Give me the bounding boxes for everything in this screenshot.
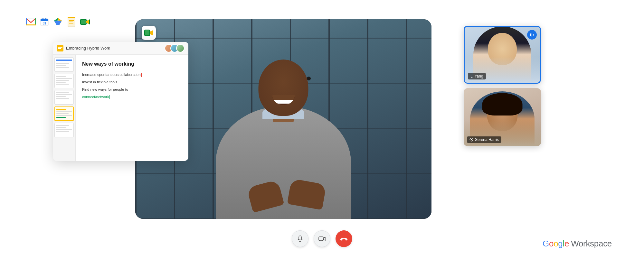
svg-rect-19: [69, 22, 73, 22]
participant-name-serena-harris: Serena Harris: [467, 136, 501, 143]
mic-button[interactable]: [292, 230, 308, 247]
svg-rect-33: [533, 34, 534, 36]
person-mouth: [272, 95, 295, 105]
slides-body: 1 2 3: [53, 55, 188, 161]
svg-point-43: [346, 239, 347, 241]
google-workspace-branding: GoogleWorkspace: [543, 239, 612, 249]
avatar-3: [176, 44, 185, 52]
call-controls: [292, 230, 352, 247]
svg-rect-29: [145, 30, 149, 35]
person-head: [259, 60, 308, 116]
main-person: [187, 51, 380, 219]
svg-rect-27: [58, 48, 61, 49]
slides-header: Embracing Hybrid Work: [53, 42, 188, 55]
svg-rect-3: [26, 24, 36, 25]
slide-bullet-3: Find new ways for people to: [82, 87, 182, 92]
svg-rect-1: [26, 18, 27, 25]
slide-bullet-2: Invest in flexible tools: [82, 79, 182, 85]
svg-rect-37: [299, 236, 301, 240]
gmail-icon[interactable]: [26, 17, 36, 27]
svg-rect-26: [58, 47, 62, 48]
slide-thumb-4[interactable]: 4: [54, 106, 74, 121]
end-call-icon: [340, 236, 348, 241]
slide-thumb-2[interactable]: 2: [54, 74, 74, 88]
svg-rect-6: [41, 21, 48, 21]
meet-icon[interactable]: [80, 17, 90, 27]
calendar-icon[interactable]: 31: [39, 17, 50, 27]
branding-text: GoogleWorkspace: [543, 239, 612, 249]
participant-name-li-yang: Li Yang: [468, 73, 486, 79]
participant-sidebar: Li Yang Serena Harris: [464, 26, 541, 146]
slide-thumb-1[interactable]: 1: [54, 57, 74, 72]
earbud: [307, 77, 311, 80]
slides-panel: Embracing Hybrid Work 1 2: [53, 42, 188, 161]
svg-rect-8: [43, 18, 43, 20]
svg-rect-32: [532, 33, 532, 37]
slide-heading: New ways of working: [82, 61, 182, 67]
meet-logo-overlay: [142, 26, 156, 40]
svg-rect-23: [81, 20, 86, 24]
svg-marker-41: [323, 237, 325, 240]
microphone-icon: [297, 235, 304, 242]
svg-rect-9: [45, 18, 46, 20]
slides-content: New ways of working Increase spontaneous…: [76, 55, 188, 161]
google-app-icons: 31: [26, 17, 90, 27]
docs-icon[interactable]: [66, 17, 77, 27]
slides-thumbnail-list: 1 2 3: [53, 55, 76, 161]
slides-title: Embracing Hybrid Work: [66, 46, 162, 51]
mic-muted-icon: [469, 138, 473, 142]
svg-text:31: 31: [43, 22, 46, 25]
drive-icon[interactable]: [53, 17, 63, 27]
svg-rect-40: [319, 237, 323, 241]
cursor-1: [141, 73, 142, 77]
camera-button[interactable]: [314, 230, 330, 247]
svg-point-42: [341, 239, 343, 241]
participant-card-li-yang: Li Yang: [464, 26, 541, 84]
slide-thumb-5[interactable]: 5: [54, 123, 74, 137]
cursor-2: [109, 95, 110, 99]
camera-icon: [318, 236, 326, 242]
collaborator-avatars: [165, 44, 185, 52]
svg-rect-2: [35, 18, 36, 25]
svg-marker-14: [54, 21, 62, 25]
svg-marker-30: [150, 30, 153, 35]
slides-app-icon: [57, 45, 63, 51]
svg-rect-18: [69, 20, 74, 21]
speaking-indicator: [527, 30, 537, 40]
svg-rect-20: [69, 23, 73, 23]
svg-rect-17: [68, 17, 75, 18]
slide-bullet-green: connect/network: [82, 94, 182, 99]
participant-card-serena-harris: Serena Harris: [464, 88, 541, 146]
svg-rect-31: [530, 33, 531, 36]
slide-bullet-1: Increase spontaneous collaboration: [82, 72, 182, 77]
participant-2-hair: [482, 93, 523, 116]
end-call-button[interactable]: [336, 230, 352, 247]
slide-thumb-3[interactable]: 3: [54, 90, 74, 105]
